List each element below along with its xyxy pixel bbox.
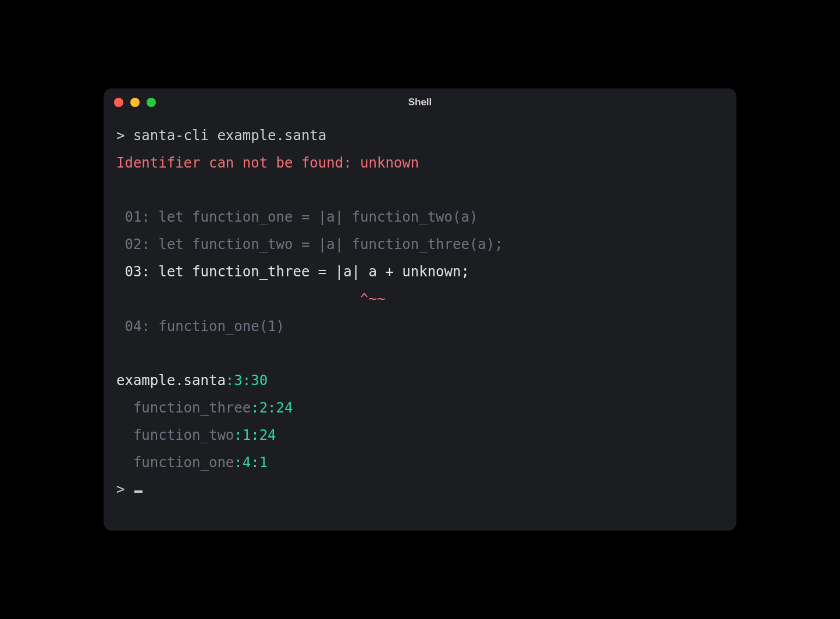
trace-frame-name: function_one	[133, 454, 234, 471]
trace-file-line: example.santa:3:30	[116, 367, 724, 394]
trace-frame-loc: 1:24	[243, 427, 276, 443]
code-text: let function_two = |a| function_three(a)…	[158, 236, 503, 252]
prompt-line: > santa-cli example.santa	[116, 122, 724, 150]
code-text: function_one(1)	[158, 318, 284, 335]
line-number: 02:	[124, 236, 150, 252]
line-number: 04:	[124, 318, 150, 335]
blank-line	[116, 340, 724, 367]
line-number: 03:	[124, 264, 150, 280]
trace-frame-name: function_three	[133, 400, 251, 416]
code-text: let function_one = |a| function_two(a)	[158, 209, 478, 225]
code-line: 01: let function_one = |a| function_two(…	[116, 204, 724, 231]
prompt-symbol: >	[116, 127, 124, 144]
trace-frame-loc: 2:24	[259, 400, 293, 416]
trace-frame: function_two:1:24	[116, 422, 724, 449]
trace-frame-name: function_two	[133, 427, 234, 443]
cursor-icon	[134, 490, 143, 493]
trace-file-name: example.santa	[116, 372, 226, 389]
code-line-highlighted: 03: let function_three = |a| a + unknown…	[116, 258, 724, 286]
traffic-lights	[114, 98, 156, 107]
maximize-icon[interactable]	[147, 98, 156, 107]
code-line: 04: function_one(1)	[116, 313, 724, 340]
command-text: santa-cli example.santa	[133, 127, 326, 144]
prompt-symbol: >	[116, 481, 124, 497]
trace-file-loc: 3:30	[234, 372, 268, 389]
titlebar: Shell	[104, 88, 736, 116]
code-text: let function_three = |a| a + unknown;	[158, 264, 469, 280]
window-title: Shell	[104, 97, 736, 108]
close-icon[interactable]	[114, 98, 123, 107]
terminal-body[interactable]: > santa-cli example.santaIdentifier can …	[104, 116, 736, 531]
prompt-line: >	[116, 476, 724, 503]
line-number: 01:	[124, 209, 150, 225]
terminal-window: Shell > santa-cli example.santaIdentifie…	[104, 88, 736, 531]
blank-line	[116, 177, 724, 204]
minimize-icon[interactable]	[130, 98, 140, 107]
squiggle-line: ^~~	[116, 286, 724, 313]
trace-frame: function_one:4:1	[116, 449, 724, 476]
trace-frame: function_three:2:24	[116, 394, 724, 422]
code-line: 02: let function_two = |a| function_thre…	[116, 231, 724, 258]
error-squiggle: ^~~	[360, 291, 385, 307]
trace-frame-loc: 4:1	[243, 454, 268, 471]
error-message: Identifier can not be found: unknown	[116, 150, 724, 177]
